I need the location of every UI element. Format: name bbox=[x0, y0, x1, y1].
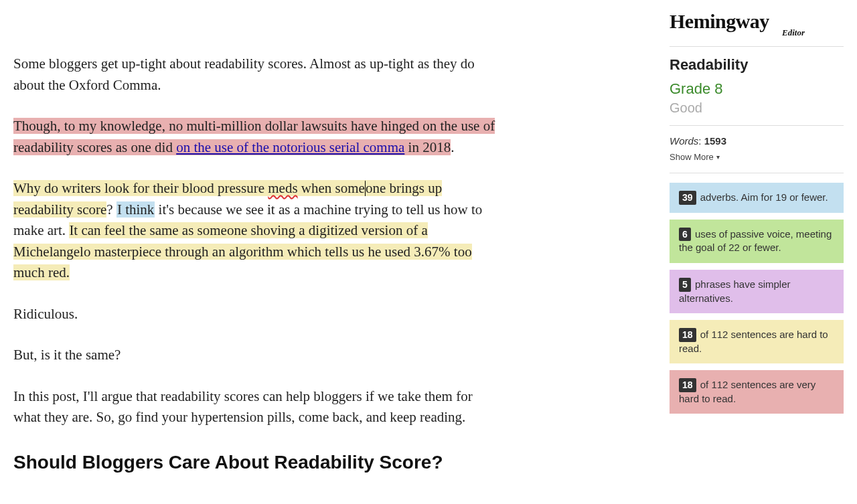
paragraph[interactable]: But, is it the same? bbox=[13, 345, 502, 366]
section-heading[interactable]: Should Bloggers Care About Readability S… bbox=[13, 448, 656, 477]
divider bbox=[670, 46, 844, 47]
word-count-value: 1593 bbox=[704, 135, 726, 147]
stat-card-complex[interactable]: 5 phrases have simpler alternatives. bbox=[670, 270, 844, 313]
paragraph[interactable]: In this post, I'll argue that readabilit… bbox=[13, 386, 502, 428]
chevron-down-icon: ▾ bbox=[716, 153, 720, 161]
paragraph[interactable]: Ridiculous. bbox=[13, 304, 502, 325]
word-count-label: Words bbox=[670, 135, 698, 147]
paragraph[interactable]: Some bloggers get up-tight about readabi… bbox=[13, 54, 502, 96]
stat-text: of 112 sentences are hard to read. bbox=[679, 329, 828, 354]
stat-text: phrases have simpler alternatives. bbox=[679, 278, 791, 304]
paragraph[interactable]: Though, to my knowledge, no multi-millio… bbox=[13, 116, 502, 158]
readability-grade: Grade 8 bbox=[670, 80, 844, 98]
stat-badge: 5 bbox=[679, 278, 691, 292]
readability-heading: Readability bbox=[670, 56, 844, 74]
sidebar: Hemingway Editor Readability Grade 8 Goo… bbox=[670, 0, 844, 504]
stat-badge: 39 bbox=[679, 191, 696, 205]
stat-card-very-hard[interactable]: 18 of 112 sentences are very hard to rea… bbox=[670, 370, 844, 414]
readability-quality: Good bbox=[670, 100, 844, 116]
link-serial-comma[interactable]: on the use of the notorious serial comma bbox=[176, 139, 404, 155]
hard-sentence[interactable]: It can feel the same as someone shoving … bbox=[13, 222, 472, 280]
spelling-error[interactable]: meds bbox=[268, 180, 297, 196]
stat-badge: 18 bbox=[679, 378, 696, 392]
divider bbox=[670, 173, 844, 173]
stat-card-adverbs[interactable]: 39 adverbs. Aim for 19 or fewer. bbox=[670, 183, 844, 213]
stat-badge: 6 bbox=[679, 228, 691, 242]
show-more-toggle[interactable]: Show More ▾ bbox=[670, 152, 720, 162]
word-count-line: Words: 1593 bbox=[670, 135, 844, 147]
stat-card-passive[interactable]: 6 uses of passive voice, meeting the goa… bbox=[670, 220, 844, 263]
editor-pane[interactable]: Some bloggers get up-tight about readabi… bbox=[0, 0, 670, 504]
very-hard-sentence[interactable]: Though, to my knowledge, no multi-millio… bbox=[13, 118, 495, 155]
app-logo: Hemingway Editor bbox=[670, 12, 844, 41]
stat-text: uses of passive voice, meeting the goal … bbox=[679, 228, 832, 254]
stat-card-hard[interactable]: 18 of 112 sentences are hard to read. bbox=[670, 320, 844, 363]
paragraph[interactable]: Why do writers look for their blood pres… bbox=[13, 178, 502, 284]
divider bbox=[670, 125, 844, 126]
qualifier-highlight[interactable]: I think bbox=[116, 201, 155, 218]
stat-badge: 18 bbox=[679, 328, 696, 342]
show-more-label: Show More bbox=[670, 152, 714, 162]
stat-text: adverbs. Aim for 19 or fewer. bbox=[698, 191, 828, 203]
logo-text: Hemingway bbox=[670, 10, 769, 32]
stat-text: of 112 sentences are very hard to read. bbox=[679, 379, 815, 404]
